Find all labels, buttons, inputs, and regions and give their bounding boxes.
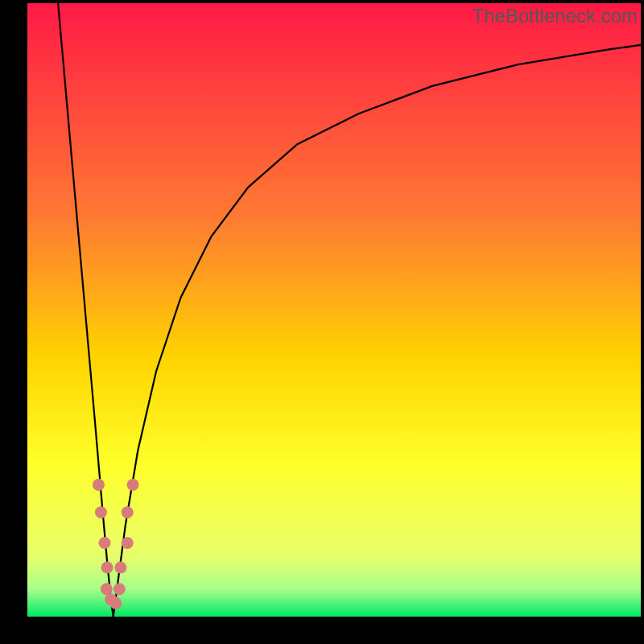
- watermark-text: TheBottleneck.com: [473, 5, 638, 27]
- data-point: [114, 562, 126, 574]
- data-point: [95, 506, 107, 518]
- chart-frame: TheBottleneck.com: [0, 0, 644, 644]
- data-point: [99, 537, 111, 549]
- data-point: [109, 597, 122, 609]
- data-point: [114, 583, 126, 595]
- data-point: [122, 537, 134, 549]
- heatmap-background: [27, 3, 641, 617]
- chart-canvas: [27, 3, 641, 617]
- data-point: [122, 506, 134, 518]
- data-point: [101, 583, 113, 595]
- data-point: [101, 562, 114, 574]
- data-point: [93, 479, 105, 491]
- data-point: [127, 479, 139, 491]
